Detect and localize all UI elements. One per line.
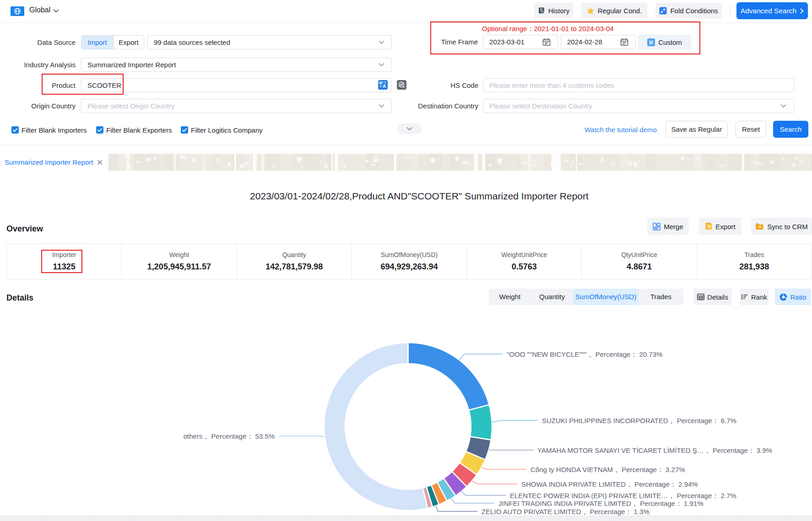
svg-text:A: A xyxy=(383,84,386,89)
svg-text:SHOWA INDIA PRIVATE LIMITED，: SHOWA INDIA PRIVATE LIMITED， Percentage：… xyxy=(521,480,698,488)
svg-text:Công ty HONDA VIETNAM， Percen: Công ty HONDA VIETNAM， Percentage： 3.27% xyxy=(531,466,685,473)
svg-text:JINFEI TRADING INDIA PRIVATE L: JINFEI TRADING INDIA PRIVATE LIMITED， Pe… xyxy=(498,500,704,507)
svg-text:others， Percentage： 53.5%: others， Percentage： 53.5% xyxy=(184,432,275,440)
svg-text:YAMAHA MOTOR SANAYI VE TİCARET: YAMAHA MOTOR SANAYI VE TİCARET LİMİTED Ş… xyxy=(537,446,772,454)
svg-text:ZELIO AUTO PRIVATE LIMITED， P: ZELIO AUTO PRIVATE LIMITED， Percentage： … xyxy=(482,508,650,516)
svg-text:SUZUKI PHILIPPINES INCORPORATE: SUZUKI PHILIPPINES INCORPORATED， Percent… xyxy=(542,417,736,424)
svg-text:ELENTEC POWER INDIA (EPI) PRIV: ELENTEC POWER INDIA (EPI) PRIVATE LIMITE… xyxy=(510,492,736,500)
svg-text:"OOO ""NEW BICYCLE"""， Percen: "OOO ""NEW BICYCLE"""， Percentage： 20.73… xyxy=(507,350,662,358)
